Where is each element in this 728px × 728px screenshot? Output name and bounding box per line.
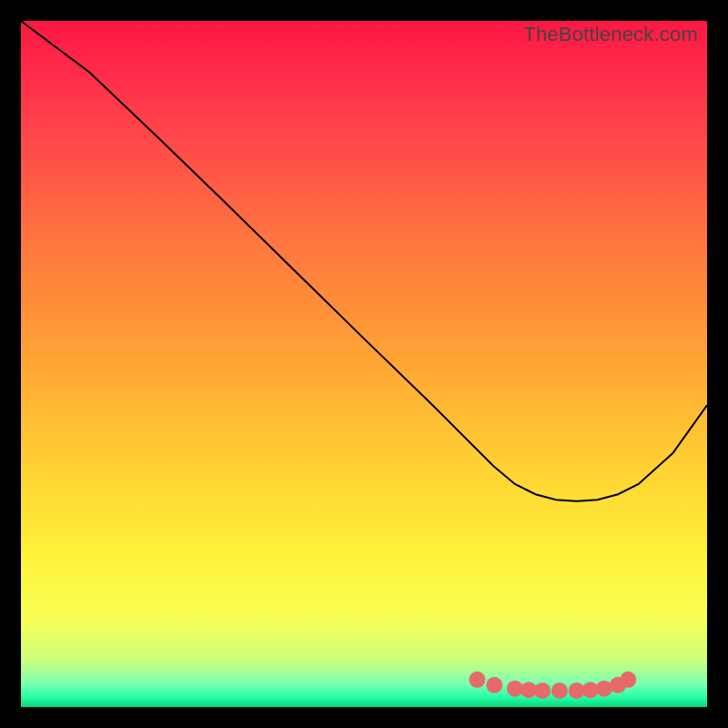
optimal-range-markers <box>469 672 636 699</box>
marker-dot <box>620 672 636 688</box>
chart-container: TheBottleneck.com <box>0 0 728 728</box>
watermark-text: TheBottleneck.com <box>523 23 698 46</box>
marker-dot <box>551 682 568 699</box>
plot-area: TheBottleneck.com <box>21 21 707 707</box>
marker-dot <box>469 672 485 688</box>
marker-dot <box>534 682 551 699</box>
marker-dot <box>596 681 612 697</box>
marker-dot <box>486 677 502 693</box>
chart-overlay <box>21 21 707 707</box>
bottleneck-curve <box>21 21 707 501</box>
